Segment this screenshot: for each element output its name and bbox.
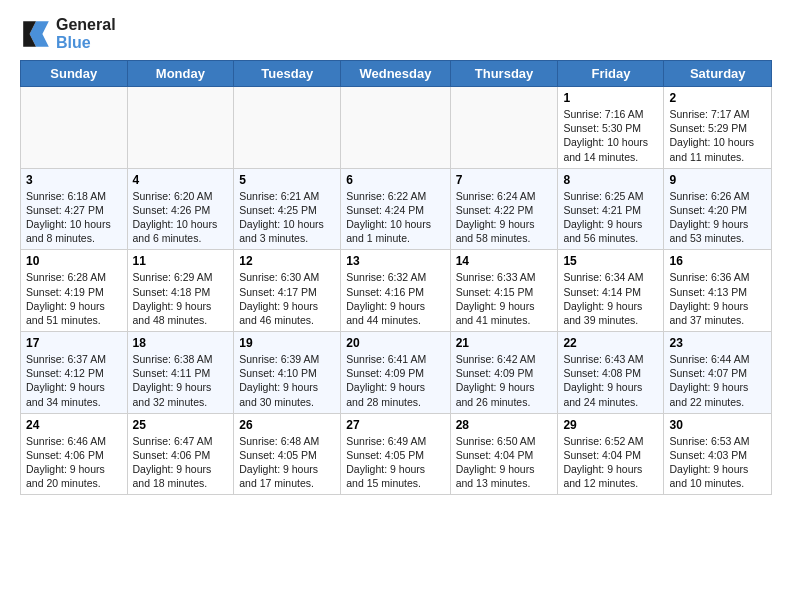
day-number: 17 <box>26 336 122 350</box>
day-number: 12 <box>239 254 335 268</box>
calendar-header-tuesday: Tuesday <box>234 61 341 87</box>
day-number: 14 <box>456 254 553 268</box>
day-info: Sunrise: 6:52 AMSunset: 4:04 PMDaylight:… <box>563 434 658 491</box>
calendar-cell: 16Sunrise: 6:36 AMSunset: 4:13 PMDayligh… <box>664 250 772 332</box>
calendar-cell: 2Sunrise: 7:17 AMSunset: 5:29 PMDaylight… <box>664 87 772 169</box>
day-number: 26 <box>239 418 335 432</box>
day-info: Sunrise: 6:42 AMSunset: 4:09 PMDaylight:… <box>456 352 553 409</box>
day-number: 23 <box>669 336 766 350</box>
day-info: Sunrise: 6:21 AMSunset: 4:25 PMDaylight:… <box>239 189 335 246</box>
calendar-cell: 10Sunrise: 6:28 AMSunset: 4:19 PMDayligh… <box>21 250 128 332</box>
day-info: Sunrise: 6:30 AMSunset: 4:17 PMDaylight:… <box>239 270 335 327</box>
calendar-cell <box>234 87 341 169</box>
day-number: 1 <box>563 91 658 105</box>
day-number: 9 <box>669 173 766 187</box>
day-number: 2 <box>669 91 766 105</box>
calendar-cell: 24Sunrise: 6:46 AMSunset: 4:06 PMDayligh… <box>21 413 128 495</box>
day-info: Sunrise: 6:34 AMSunset: 4:14 PMDaylight:… <box>563 270 658 327</box>
logo-icon <box>20 18 52 50</box>
day-info: Sunrise: 6:50 AMSunset: 4:04 PMDaylight:… <box>456 434 553 491</box>
day-number: 18 <box>133 336 229 350</box>
day-info: Sunrise: 6:44 AMSunset: 4:07 PMDaylight:… <box>669 352 766 409</box>
day-number: 10 <box>26 254 122 268</box>
day-number: 21 <box>456 336 553 350</box>
day-info: Sunrise: 6:26 AMSunset: 4:20 PMDaylight:… <box>669 189 766 246</box>
day-number: 19 <box>239 336 335 350</box>
day-info: Sunrise: 6:49 AMSunset: 4:05 PMDaylight:… <box>346 434 444 491</box>
day-info: Sunrise: 6:47 AMSunset: 4:06 PMDaylight:… <box>133 434 229 491</box>
day-number: 30 <box>669 418 766 432</box>
day-info: Sunrise: 6:18 AMSunset: 4:27 PMDaylight:… <box>26 189 122 246</box>
header: General Blue <box>20 16 772 52</box>
day-info: Sunrise: 7:17 AMSunset: 5:29 PMDaylight:… <box>669 107 766 164</box>
day-info: Sunrise: 6:48 AMSunset: 4:05 PMDaylight:… <box>239 434 335 491</box>
day-info: Sunrise: 6:53 AMSunset: 4:03 PMDaylight:… <box>669 434 766 491</box>
calendar-cell <box>341 87 450 169</box>
calendar-cell: 30Sunrise: 6:53 AMSunset: 4:03 PMDayligh… <box>664 413 772 495</box>
calendar-header-friday: Friday <box>558 61 664 87</box>
day-number: 28 <box>456 418 553 432</box>
calendar-cell: 20Sunrise: 6:41 AMSunset: 4:09 PMDayligh… <box>341 332 450 414</box>
logo: General Blue <box>20 16 116 52</box>
page: General Blue SundayMondayTuesdayWednesda… <box>0 0 792 505</box>
calendar-cell: 7Sunrise: 6:24 AMSunset: 4:22 PMDaylight… <box>450 168 558 250</box>
calendar-cell: 5Sunrise: 6:21 AMSunset: 4:25 PMDaylight… <box>234 168 341 250</box>
day-number: 5 <box>239 173 335 187</box>
calendar-cell: 22Sunrise: 6:43 AMSunset: 4:08 PMDayligh… <box>558 332 664 414</box>
calendar-header-sunday: Sunday <box>21 61 128 87</box>
calendar-cell: 26Sunrise: 6:48 AMSunset: 4:05 PMDayligh… <box>234 413 341 495</box>
calendar-header-thursday: Thursday <box>450 61 558 87</box>
calendar-cell: 15Sunrise: 6:34 AMSunset: 4:14 PMDayligh… <box>558 250 664 332</box>
day-info: Sunrise: 6:41 AMSunset: 4:09 PMDaylight:… <box>346 352 444 409</box>
calendar-cell: 4Sunrise: 6:20 AMSunset: 4:26 PMDaylight… <box>127 168 234 250</box>
day-info: Sunrise: 6:24 AMSunset: 4:22 PMDaylight:… <box>456 189 553 246</box>
calendar-cell: 25Sunrise: 6:47 AMSunset: 4:06 PMDayligh… <box>127 413 234 495</box>
day-number: 22 <box>563 336 658 350</box>
calendar-cell: 17Sunrise: 6:37 AMSunset: 4:12 PMDayligh… <box>21 332 128 414</box>
calendar-cell: 8Sunrise: 6:25 AMSunset: 4:21 PMDaylight… <box>558 168 664 250</box>
day-info: Sunrise: 6:46 AMSunset: 4:06 PMDaylight:… <box>26 434 122 491</box>
day-number: 4 <box>133 173 229 187</box>
day-info: Sunrise: 6:32 AMSunset: 4:16 PMDaylight:… <box>346 270 444 327</box>
calendar-cell: 23Sunrise: 6:44 AMSunset: 4:07 PMDayligh… <box>664 332 772 414</box>
day-number: 8 <box>563 173 658 187</box>
day-info: Sunrise: 6:28 AMSunset: 4:19 PMDaylight:… <box>26 270 122 327</box>
calendar-cell <box>450 87 558 169</box>
calendar-week-row: 10Sunrise: 6:28 AMSunset: 4:19 PMDayligh… <box>21 250 772 332</box>
day-number: 24 <box>26 418 122 432</box>
calendar-cell: 11Sunrise: 6:29 AMSunset: 4:18 PMDayligh… <box>127 250 234 332</box>
logo-text: General Blue <box>56 16 116 52</box>
day-number: 7 <box>456 173 553 187</box>
calendar-cell: 29Sunrise: 6:52 AMSunset: 4:04 PMDayligh… <box>558 413 664 495</box>
calendar-cell: 12Sunrise: 6:30 AMSunset: 4:17 PMDayligh… <box>234 250 341 332</box>
calendar-cell: 14Sunrise: 6:33 AMSunset: 4:15 PMDayligh… <box>450 250 558 332</box>
calendar-cell: 1Sunrise: 7:16 AMSunset: 5:30 PMDaylight… <box>558 87 664 169</box>
day-number: 20 <box>346 336 444 350</box>
calendar-header-saturday: Saturday <box>664 61 772 87</box>
day-number: 15 <box>563 254 658 268</box>
calendar-week-row: 24Sunrise: 6:46 AMSunset: 4:06 PMDayligh… <box>21 413 772 495</box>
calendar-week-row: 3Sunrise: 6:18 AMSunset: 4:27 PMDaylight… <box>21 168 772 250</box>
day-number: 11 <box>133 254 229 268</box>
calendar-cell <box>127 87 234 169</box>
calendar-table: SundayMondayTuesdayWednesdayThursdayFrid… <box>20 60 772 495</box>
calendar-week-row: 17Sunrise: 6:37 AMSunset: 4:12 PMDayligh… <box>21 332 772 414</box>
calendar-cell: 9Sunrise: 6:26 AMSunset: 4:20 PMDaylight… <box>664 168 772 250</box>
calendar-header-wednesday: Wednesday <box>341 61 450 87</box>
day-info: Sunrise: 6:36 AMSunset: 4:13 PMDaylight:… <box>669 270 766 327</box>
calendar-cell: 6Sunrise: 6:22 AMSunset: 4:24 PMDaylight… <box>341 168 450 250</box>
calendar-cell: 13Sunrise: 6:32 AMSunset: 4:16 PMDayligh… <box>341 250 450 332</box>
day-info: Sunrise: 6:25 AMSunset: 4:21 PMDaylight:… <box>563 189 658 246</box>
day-info: Sunrise: 6:20 AMSunset: 4:26 PMDaylight:… <box>133 189 229 246</box>
day-info: Sunrise: 6:38 AMSunset: 4:11 PMDaylight:… <box>133 352 229 409</box>
day-info: Sunrise: 6:29 AMSunset: 4:18 PMDaylight:… <box>133 270 229 327</box>
day-info: Sunrise: 6:43 AMSunset: 4:08 PMDaylight:… <box>563 352 658 409</box>
day-number: 13 <box>346 254 444 268</box>
calendar-cell: 19Sunrise: 6:39 AMSunset: 4:10 PMDayligh… <box>234 332 341 414</box>
day-info: Sunrise: 6:37 AMSunset: 4:12 PMDaylight:… <box>26 352 122 409</box>
day-number: 25 <box>133 418 229 432</box>
day-info: Sunrise: 6:33 AMSunset: 4:15 PMDaylight:… <box>456 270 553 327</box>
calendar-cell: 18Sunrise: 6:38 AMSunset: 4:11 PMDayligh… <box>127 332 234 414</box>
day-number: 27 <box>346 418 444 432</box>
day-number: 3 <box>26 173 122 187</box>
